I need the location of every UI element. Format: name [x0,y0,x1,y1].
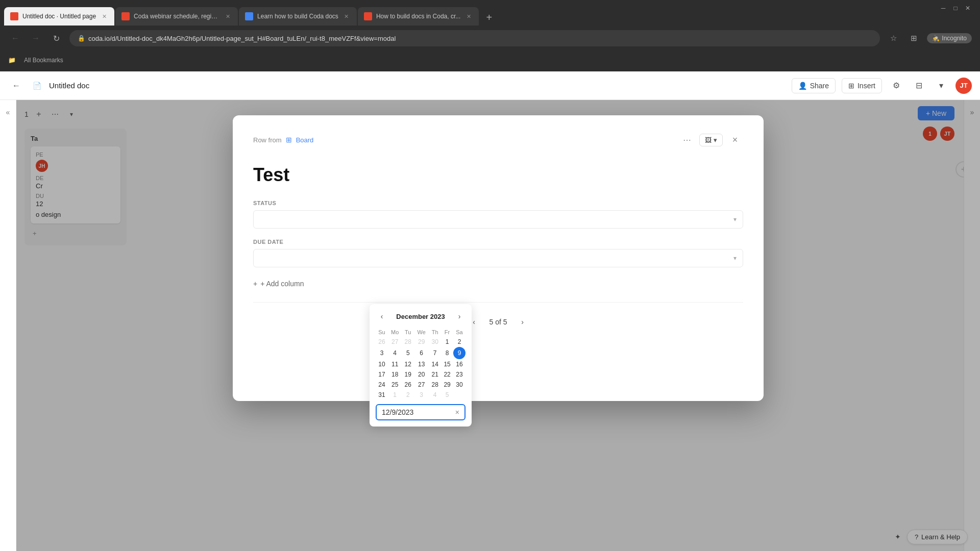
tab-close-3[interactable]: ✕ [342,12,351,20]
calendar-day[interactable]: 17 [376,369,388,380]
reload-button[interactable]: ↻ [49,31,63,45]
calendar-day[interactable]: 1 [388,390,402,400]
date-input-clear-button[interactable]: × [455,408,459,416]
incognito-icon: 🕵 [932,35,940,42]
calendar-day[interactable]: 18 [388,369,402,380]
due-date-field-value[interactable]: ▾ [253,249,743,267]
calendar-day[interactable]: 25 [388,380,402,390]
modal-header: Row from ⊞ Board ⋯ 🖼 ▾ × [253,132,743,148]
more-options-button[interactable]: ▾ [933,78,949,94]
tab-favicon-3 [245,12,253,20]
calendar-day[interactable]: 7 [429,347,441,359]
cal-header-tu: Tu [402,328,414,337]
tab-title-2: Coda webinar schedule, regist... [134,13,219,20]
app-topbar: ← 📄 Untitled doc 👤 Share ⊞ Insert ⚙ ⊟ ▾ … [0,71,980,100]
calendar-day[interactable]: 4 [429,390,441,400]
tab-3[interactable]: Learn how to build Coda docs ✕ [239,7,357,26]
calendar-day[interactable]: 24 [376,380,388,390]
calendar-day[interactable]: 3 [376,347,388,359]
calendar-day[interactable]: 6 [414,347,429,359]
calendar-day[interactable]: 8 [441,347,453,359]
calendar-day[interactable]: 22 [441,369,453,380]
back-button[interactable]: ← [8,31,22,45]
doc-title: Untitled doc [49,81,89,90]
modal-close-button[interactable]: × [727,132,743,148]
calendar-day[interactable]: 27 [414,380,429,390]
calendar-day[interactable]: 28 [402,337,414,347]
date-picker-popup: ‹ December 2023 › Su Mo Tu We [370,304,472,427]
sidebar-toggle-button[interactable]: « [2,106,14,118]
calendar-day[interactable]: 5 [402,347,414,359]
forward-button[interactable]: → [29,31,43,45]
calendar-day[interactable]: 13 [414,359,429,369]
status-label: STATUS [253,200,743,206]
calendar-prev-button[interactable]: ‹ [376,310,388,322]
calendar-day[interactable]: 20 [414,369,429,380]
calendar-day[interactable]: 10 [376,359,388,369]
calendar-day[interactable]: 21 [429,369,441,380]
status-field-value[interactable]: ▾ [253,210,743,229]
share-button[interactable]: 👤 Share [792,78,836,93]
tab-close-2[interactable]: ✕ [224,12,232,20]
calendar-day[interactable]: 23 [453,369,465,380]
tab-4[interactable]: How to build docs in Coda, cr... ✕ [358,7,479,26]
close-window-button[interactable]: ✕ [964,4,972,12]
calendar-day[interactable]: 16 [453,359,465,369]
pagination-text: 5 of 5 [489,318,507,326]
tab-favicon-1 [10,12,18,20]
tab-1[interactable]: Untitled doc · Untitled page ✕ [4,7,114,26]
calendar-day[interactable]: 30 [453,380,465,390]
user-avatar[interactable]: JT [955,78,972,94]
calendar-day[interactable]: 19 [402,369,414,380]
row-detail-modal: Row from ⊞ Board ⋯ 🖼 ▾ × Test [233,115,764,401]
calendar-day[interactable]: 2 [453,337,465,347]
settings-button[interactable]: ⚙ [888,78,904,94]
calendar-day[interactable]: 3 [414,390,429,400]
insert-button[interactable]: ⊞ Insert [842,78,882,93]
tab-title-4: How to build docs in Coda, cr... [376,13,460,20]
split-view-button[interactable]: ⊞ [906,31,921,45]
tab-close-4[interactable]: ✕ [464,12,473,20]
calendar-day[interactable]: 30 [429,337,441,347]
address-bar[interactable]: 🔒 coda.io/d/Untitled-doc_dk4MaGh2h6p/Unt… [69,30,880,46]
calendar-day[interactable]: 2 [402,390,414,400]
address-bar-row: ← → ↻ 🔒 coda.io/d/Untitled-doc_dk4MaGh2h… [0,26,980,51]
calendar-day[interactable]: 27 [388,337,402,347]
date-input[interactable]: 12/9/2023 [382,408,455,416]
page-area: 1 + ⋯ ▾ Ta PE JH DE Cr [16,100,980,551]
modal-view-button[interactable]: 🖼 ▾ [699,134,723,146]
modal-overlay[interactable]: Row from ⊞ Board ⋯ 🖼 ▾ × Test [16,100,980,551]
calendar-day[interactable]: 1 [441,337,453,347]
calendar-day[interactable]: 26 [376,337,388,347]
minimize-button[interactable]: ─ [939,4,947,12]
calendar-day[interactable]: 5 [441,390,453,400]
calendar-day[interactable]: 31 [376,390,388,400]
modal-more-button[interactable]: ⋯ [679,132,695,148]
add-column-button[interactable]: + + Add column [253,278,743,290]
due-date-field-section: DUE DATE ▾ [253,239,743,267]
tab-close-1[interactable]: ✕ [100,12,108,20]
calendar-day[interactable]: 11 [388,359,402,369]
pagination-next-button[interactable]: › [516,315,530,329]
due-date-chevron-icon: ▾ [733,255,737,262]
tab-2[interactable]: Coda webinar schedule, regist... ✕ [115,7,238,26]
calendar-day[interactable]: 28 [429,380,441,390]
board-link[interactable]: Board [296,136,314,144]
calendar-next-button[interactable]: › [453,310,465,322]
view-toggle-button[interactable]: ⊟ [911,78,927,94]
calendar-day[interactable]: 9 [453,347,465,359]
calendar-day[interactable]: 12 [402,359,414,369]
calendar-day[interactable]: 26 [402,380,414,390]
calendar-day[interactable]: 29 [414,337,429,347]
browser-chrome: Untitled doc · Untitled page ✕ Coda webi… [0,0,980,71]
calendar-day[interactable]: 14 [429,359,441,369]
bookmark-star-button[interactable]: ☆ [886,31,900,45]
calendar-day[interactable]: 29 [441,380,453,390]
insert-label: Insert [857,82,875,90]
new-tab-button[interactable]: + [482,10,496,24]
calendar-day[interactable]: 4 [388,347,402,359]
calendar-day[interactable]: 15 [441,359,453,369]
row-from-label: Row from [253,136,282,144]
maximize-button[interactable]: □ [951,4,960,12]
doc-back-button[interactable]: ← [8,78,24,94]
